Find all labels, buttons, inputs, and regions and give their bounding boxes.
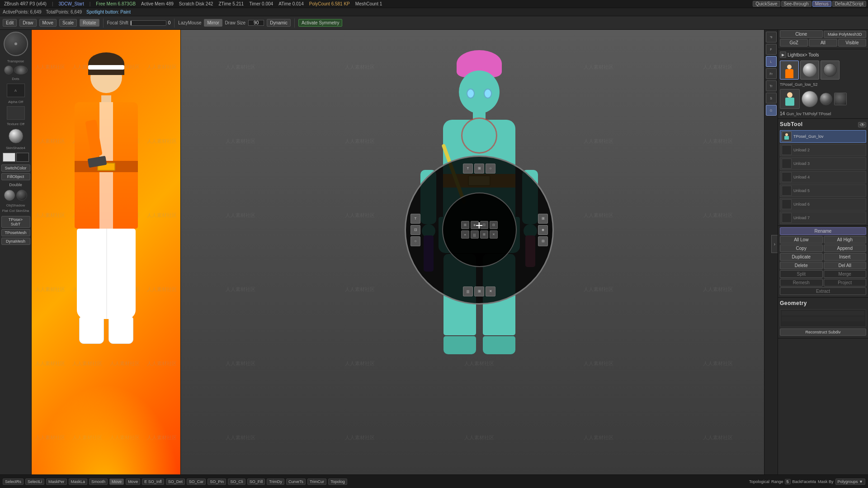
radial-menu[interactable]: ⊞ ◈ ⊡ ⊟ ≡ ||| ⊞ ✕ T ⊞ ○ (405, 155, 554, 305)
radial-icon[interactable]: ⊟ (490, 221, 498, 229)
radial-icon[interactable]: ≡ (461, 230, 469, 239)
subtool-item-4[interactable]: Unload 5 (780, 184, 866, 197)
mirror-btn[interactable]: Mirror (204, 19, 222, 27)
extract-btn[interactable]: Extract (780, 287, 866, 295)
radial-icon[interactable]: ⊡ (480, 221, 488, 229)
frame-icon[interactable]: Fr (766, 68, 777, 79)
project-btn[interactable]: Project (824, 279, 867, 286)
activate-symmetry-btn[interactable]: Activate Symmetry (298, 19, 342, 27)
floor-icon[interactable]: F (766, 44, 777, 55)
all-high-btn[interactable]: All High (824, 236, 867, 244)
subtool-item-2[interactable]: Unload 3 (780, 157, 866, 170)
grp-icon[interactable]: G (766, 105, 777, 116)
subtool-item-1[interactable]: Unload 2 (780, 144, 866, 156)
trimdy-btn[interactable]: TrimDy (267, 479, 284, 485)
collapse-panel-arrow[interactable]: › (771, 235, 778, 253)
trimcur-btn[interactable]: TrimCur (307, 479, 326, 485)
merge-btn[interactable]: Merge (824, 270, 867, 278)
delete-btn[interactable]: Delete (780, 262, 823, 269)
eso-inf-btn[interactable]: E SO_Infl (142, 479, 164, 485)
remesh-btn[interactable]: Remesh (780, 279, 823, 286)
polygroups-btn[interactable]: Polygroups ▼ (835, 479, 865, 485)
brush-size-small[interactable] (4, 66, 13, 75)
so-car-btn[interactable]: SO_Car (187, 479, 206, 485)
scale-btn[interactable]: Scale (59, 19, 77, 27)
tpose-subtool-btn[interactable]: TPose> SubT (1, 216, 30, 228)
brush-selector[interactable] (4, 32, 28, 56)
subtool-eye-icon[interactable] (858, 122, 866, 127)
persp-icon[interactable]: P (766, 32, 777, 42)
tool-thumb-sphere[interactable] (800, 61, 819, 80)
foreground-color[interactable] (3, 153, 15, 162)
split-btn[interactable]: Split (780, 270, 823, 278)
obj-shadow-light[interactable] (4, 190, 15, 201)
tool-thumb-eraser[interactable] (821, 61, 840, 80)
fill-object-btn[interactable]: FillObject (1, 173, 30, 180)
tool-thumb-character[interactable] (780, 61, 799, 80)
lightbox-expand-arrow[interactable]: ▶ (780, 52, 786, 58)
insert-btn[interactable]: Insert (824, 253, 867, 261)
all-low-btn[interactable]: All Low (780, 236, 823, 244)
goz-btn[interactable]: GoZ (780, 39, 808, 47)
subtool-item-3[interactable]: Unload 4 (780, 171, 866, 183)
draw-size-input[interactable] (248, 20, 264, 26)
smooth-btn[interactable]: Smooth (89, 479, 108, 485)
main-viewport[interactable]: 人人素材社区 人人素材社区 人人素材社区 人人素材社区 人人素材社区 人人素材社… (181, 30, 778, 474)
tpose-mesh-btn[interactable]: TPoseMesh (1, 229, 30, 236)
move2-btn[interactable]: Move (126, 479, 140, 485)
color-swatch-tool[interactable] (834, 93, 847, 105)
move-btn-bottom[interactable]: Move (109, 479, 124, 485)
switch-color-btn[interactable]: SwitchColor (1, 164, 30, 172)
radial-icon[interactable]: ||| (471, 230, 479, 239)
so-det-btn[interactable]: SO_Det (166, 479, 185, 485)
subtool-item-0[interactable]: TPosel_Gun_lov (780, 130, 866, 143)
dyna-mesh-btn[interactable]: DynaMesh (1, 238, 30, 245)
rename-btn[interactable]: Rename (780, 227, 866, 235)
all-btn[interactable]: All (809, 39, 837, 47)
clone-btn[interactable]: Clone (780, 30, 823, 38)
topolog-btn[interactable]: Topolog (328, 479, 347, 485)
dynamic-btn[interactable]: Dynamic (267, 19, 291, 27)
eraser-sphere[interactable] (820, 93, 832, 105)
mask-pen-btn[interactable]: MaskPer (46, 479, 67, 485)
so-fill-btn[interactable]: SO_Fill (247, 479, 265, 485)
subtool-item-6[interactable]: Unload 7 (780, 211, 866, 224)
local-icon[interactable]: L (766, 56, 777, 67)
brush-size-large[interactable] (14, 66, 28, 75)
default-zscript-label[interactable]: DefaultZScript (832, 1, 866, 7)
menus-label[interactable]: Menus (812, 1, 831, 7)
quicksave-btn[interactable]: QuickSave (753, 1, 780, 7)
append-btn[interactable]: Append (824, 244, 867, 252)
obj-shadow-dark[interactable] (16, 190, 27, 201)
so-cli-btn[interactable]: SO_Cli (228, 479, 245, 485)
edit-btn[interactable]: Edit (3, 19, 17, 27)
subtool-item-5[interactable]: Unload 6 (780, 198, 866, 211)
so-pin-btn[interactable]: SO_Pin (208, 479, 226, 485)
transp-icon[interactable]: Tr (766, 80, 777, 91)
alpha-display[interactable]: A (7, 84, 25, 97)
material-sphere-main[interactable] (802, 91, 818, 107)
curvets-btn[interactable]: CurveTs (286, 479, 306, 485)
see-through-btn[interactable]: See-through (781, 1, 811, 7)
subtool-char-thumb[interactable] (780, 89, 800, 109)
select-lasso-btn[interactable]: SelectLi (25, 479, 44, 485)
radial-icon[interactable]: ⊞ (480, 230, 488, 239)
rotate-btn[interactable]: Rotate (80, 19, 99, 27)
focal-shift-bar[interactable] (130, 20, 166, 26)
mask-lasso-btn[interactable]: MaskLa (69, 479, 88, 485)
material-sphere[interactable] (9, 129, 23, 143)
duplicate-btn[interactable]: Duplicate (780, 253, 823, 261)
copy-btn[interactable]: Copy (780, 244, 823, 252)
draw-btn[interactable]: Draw (19, 19, 36, 27)
background-color[interactable] (16, 153, 29, 162)
radial-icon[interactable]: ✕ (490, 230, 498, 239)
radial-icon[interactable]: ◈ (471, 221, 479, 229)
radial-icon[interactable]: ⊞ (461, 221, 469, 229)
move-btn[interactable]: Move (39, 19, 57, 27)
visible-btn[interactable]: Visible (838, 39, 866, 47)
reconstruct-subdiv-btn[interactable]: Reconstruct Subdiv (780, 328, 866, 336)
solo-icon[interactable]: S (766, 93, 777, 103)
make-polymesh-btn[interactable]: Make PolyMesh3D (824, 31, 867, 38)
texture-display[interactable] (7, 106, 25, 120)
del-all-btn[interactable]: Del All (824, 262, 867, 269)
